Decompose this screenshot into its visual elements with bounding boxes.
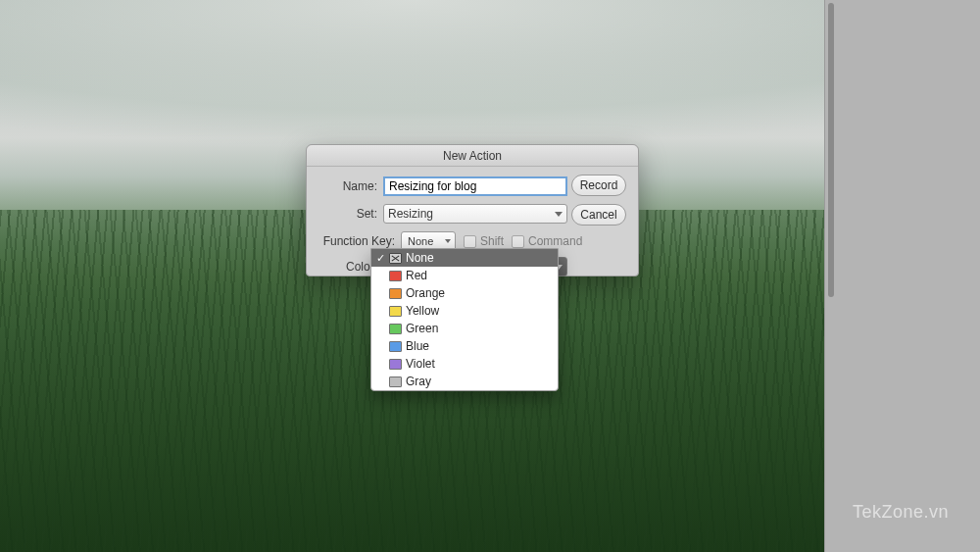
record-button[interactable]: Record — [571, 175, 626, 196]
color-swatch-icon — [389, 324, 402, 334]
color-option-violet[interactable]: Violet — [371, 355, 558, 373]
function-key-label: Function Key: — [318, 234, 401, 248]
color-option-label: None — [406, 251, 434, 265]
color-option-green[interactable]: Green — [371, 320, 558, 337]
color-option-gray[interactable]: Gray — [371, 373, 558, 390]
checkmark-icon: ✓ — [373, 251, 387, 265]
color-option-label: Yellow — [406, 304, 439, 318]
color-option-label: Violet — [406, 357, 435, 371]
command-checkbox[interactable] — [512, 235, 524, 248]
set-label: Set: — [318, 207, 383, 221]
cancel-button[interactable]: Cancel — [571, 204, 626, 226]
color-option-label: Green — [406, 322, 438, 335]
function-key-value: None — [408, 235, 433, 247]
name-label: Name: — [318, 179, 383, 193]
shift-label: Shift — [480, 234, 504, 248]
color-option-label: Orange — [406, 286, 445, 300]
command-label: Command — [528, 234, 582, 248]
color-option-label: Gray — [406, 375, 431, 388]
right-rail — [824, 0, 980, 552]
scrollbar-thumb[interactable] — [828, 3, 834, 297]
color-swatch-icon — [389, 271, 402, 281]
color-option-orange[interactable]: Orange — [371, 284, 558, 302]
dialog-title: New Action — [307, 145, 638, 167]
chevron-down-icon — [445, 239, 451, 243]
app-stage: TekZone.vn New Action Name: Set: Resizin… — [0, 0, 980, 552]
color-swatch-icon — [389, 341, 402, 352]
color-option-blue[interactable]: Blue — [371, 337, 558, 355]
shift-checkbox[interactable] — [464, 235, 476, 248]
shift-checkbox-wrap[interactable]: Shift — [464, 234, 504, 248]
name-input[interactable] — [383, 176, 567, 196]
watermark-text: TekZone.vn — [853, 502, 949, 523]
color-option-label: Red — [406, 269, 427, 282]
color-swatch-icon — [389, 288, 402, 299]
color-swatch-icon — [389, 376, 402, 387]
set-select-value: Resizing — [388, 207, 433, 221]
command-checkbox-wrap[interactable]: Command — [512, 234, 582, 248]
set-select[interactable]: Resizing — [383, 204, 567, 224]
color-dropdown-popup[interactable]: ✓NoneRedOrangeYellowGreenBlueVioletGray — [370, 248, 559, 391]
color-swatch-icon — [389, 253, 402, 264]
chevron-down-icon — [555, 212, 563, 217]
color-swatch-icon — [389, 359, 402, 370]
color-option-label: Blue — [406, 339, 429, 353]
color-option-none[interactable]: ✓None — [371, 249, 558, 267]
color-option-red[interactable]: Red — [371, 267, 558, 284]
color-swatch-icon — [389, 306, 402, 317]
color-option-yellow[interactable]: Yellow — [371, 302, 558, 320]
